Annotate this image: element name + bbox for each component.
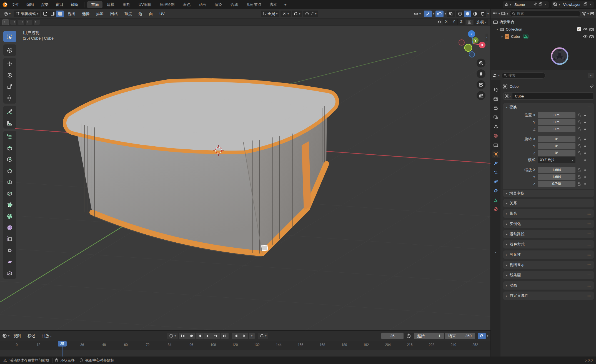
animate-dot[interactable]: [584, 129, 586, 130]
timeline-menu-view[interactable]: 视图: [11, 333, 24, 339]
tab-shading[interactable]: 着色: [179, 1, 194, 8]
scene-name[interactable]: Scene: [513, 2, 532, 7]
new-scene-icon[interactable]: [539, 2, 542, 7]
panel-motion-paths[interactable]: ▸运动路径::::: [503, 230, 594, 238]
lock-icon[interactable]: [578, 122, 580, 124]
outliner-row-scene-collection[interactable]: 场景集合: [491, 18, 596, 26]
menu-uv[interactable]: UV: [157, 11, 167, 17]
drag-grip-icon[interactable]: ::::: [587, 253, 591, 256]
eye-icon[interactable]: [583, 35, 588, 38]
display-mode-icon[interactable]: [501, 12, 505, 16]
gizmos-dropdown[interactable]: ▾: [433, 12, 434, 15]
tool-transform[interactable]: [3, 92, 16, 104]
tab-tool[interactable]: [492, 86, 500, 94]
stopwatch-icon[interactable]: [406, 333, 411, 338]
tab-constraints[interactable]: [492, 187, 500, 194]
panel-line-art[interactable]: ▸线条画::::: [503, 271, 594, 279]
sync-dropdown[interactable]: ▾: [487, 334, 488, 337]
tab-uv-editing[interactable]: UV编辑: [135, 1, 155, 8]
timeline-playhead[interactable]: 25: [62, 341, 71, 347]
tab-rendering[interactable]: 渲染: [211, 1, 226, 8]
pivot-point-dropdown[interactable]: ▾: [281, 11, 291, 17]
snap-toggle[interactable]: ▾: [292, 11, 302, 17]
timeline-editor-icon[interactable]: [2, 333, 7, 338]
delta-transform-subpanel[interactable]: ▸ 增量变换: [503, 189, 594, 197]
tool-smooth[interactable]: [3, 222, 16, 233]
tool-cursor[interactable]: [3, 44, 16, 56]
chevron-down-icon[interactable]: ▾: [499, 12, 500, 15]
add-workspace-button[interactable]: +: [282, 1, 289, 8]
playback-sync-toggle[interactable]: [478, 333, 486, 339]
frame-end-field[interactable]: 结束 250: [445, 333, 475, 339]
tool-edge-slide[interactable]: [3, 233, 16, 245]
active-face-marker[interactable]: [262, 245, 268, 251]
play-button[interactable]: [204, 333, 212, 339]
select-set-button[interactable]: [2, 19, 9, 25]
pin-icon[interactable]: [534, 2, 537, 7]
proportional-editing-group[interactable]: ▾: [303, 11, 318, 17]
properties-search[interactable]: [501, 72, 545, 79]
menu-select[interactable]: 选择: [79, 11, 92, 17]
timeline-menu-marker[interactable]: 标记: [25, 333, 38, 339]
play-reverse-button[interactable]: [196, 333, 204, 339]
tool-select-box[interactable]: [3, 31, 16, 42]
jump-to-start-button[interactable]: [179, 333, 187, 339]
rotation-y-input[interactable]: 0°: [538, 143, 575, 149]
chevron-down-icon[interactable]: ▾: [507, 12, 508, 15]
camera-view-button[interactable]: [477, 80, 485, 89]
scale-z-input[interactable]: 0.740: [538, 181, 575, 187]
menu-window[interactable]: 窗口: [52, 1, 67, 8]
panel-instancing[interactable]: ▸实例化::::: [503, 220, 594, 228]
animate-dot[interactable]: [584, 159, 586, 161]
snap-uv-button[interactable]: [466, 19, 473, 25]
lock-icon[interactable]: [578, 146, 580, 148]
menu-edge[interactable]: 边: [136, 11, 145, 17]
menu-vertex[interactable]: 顶点: [122, 11, 135, 17]
timeline-ruler[interactable]: 0123648607284961081201321441561681801922…: [0, 341, 490, 357]
tool-measure[interactable]: [3, 117, 16, 129]
tab-modeling[interactable]: 建模: [103, 1, 118, 8]
expand-chevron-icon[interactable]: ▸: [502, 35, 503, 38]
panel-shading[interactable]: ▸着色方式::::: [503, 240, 594, 248]
tab-compositing[interactable]: 合成: [227, 1, 242, 8]
current-frame-field[interactable]: 25: [381, 333, 404, 339]
overlays-toggle[interactable]: [435, 11, 444, 17]
outliner-editor-icon[interactable]: [493, 12, 497, 16]
edge-select-button[interactable]: [49, 11, 56, 17]
auto-keying-toggle[interactable]: ▾: [167, 333, 178, 339]
lock-icon[interactable]: [578, 184, 580, 186]
tool-poly-build[interactable]: [3, 199, 16, 210]
menu-help[interactable]: 帮助: [67, 1, 81, 8]
drag-grip-icon[interactable]: ::::: [587, 212, 591, 215]
tool-bevel[interactable]: [3, 165, 16, 176]
sidebar-collapse-arrow[interactable]: ‹: [485, 34, 488, 41]
tab-render[interactable]: [492, 96, 500, 103]
viewport-canvas[interactable]: 用户透视 (25) Cube | Cube Z Y X: [0, 26, 490, 330]
mirror-y-toggle[interactable]: Y: [450, 19, 458, 25]
gizmo-neg-y[interactable]: [465, 44, 472, 51]
rotation-x-input[interactable]: 0°: [538, 136, 575, 142]
filter-dropdown[interactable]: ▾: [588, 73, 594, 78]
gizmo-neg-z[interactable]: [469, 52, 475, 57]
animate-dot[interactable]: [584, 169, 586, 171]
transform-orientation-dropdown[interactable]: 全局 ▾: [261, 11, 279, 17]
new-collection-icon[interactable]: [590, 12, 594, 16]
outliner-search[interactable]: [510, 11, 581, 17]
tool-loop-cut[interactable]: [3, 176, 16, 188]
cube-mesh[interactable]: [75, 91, 327, 257]
animate-dot[interactable]: [584, 122, 586, 123]
tab-physics[interactable]: [492, 178, 500, 185]
animate-dot[interactable]: [584, 115, 586, 116]
shading-dropdown[interactable]: ▾: [487, 12, 489, 15]
editor-type-dropdown[interactable]: ▾: [2, 11, 12, 17]
scene-selector[interactable]: ▾ Scene ×: [503, 1, 549, 8]
animate-dot[interactable]: [584, 139, 586, 140]
eye-icon[interactable]: [583, 27, 588, 31]
chevron-down-icon[interactable]: ▾: [8, 334, 9, 337]
properties-search-input[interactable]: [509, 74, 543, 77]
pin-icon[interactable]: [590, 84, 594, 88]
outliner-row-collection[interactable]: ▾ Collection ✓: [491, 26, 596, 33]
visibility-dropdown[interactable]: ▾: [412, 11, 423, 17]
tool-knife[interactable]: [3, 188, 16, 199]
tab-material[interactable]: [492, 205, 500, 213]
